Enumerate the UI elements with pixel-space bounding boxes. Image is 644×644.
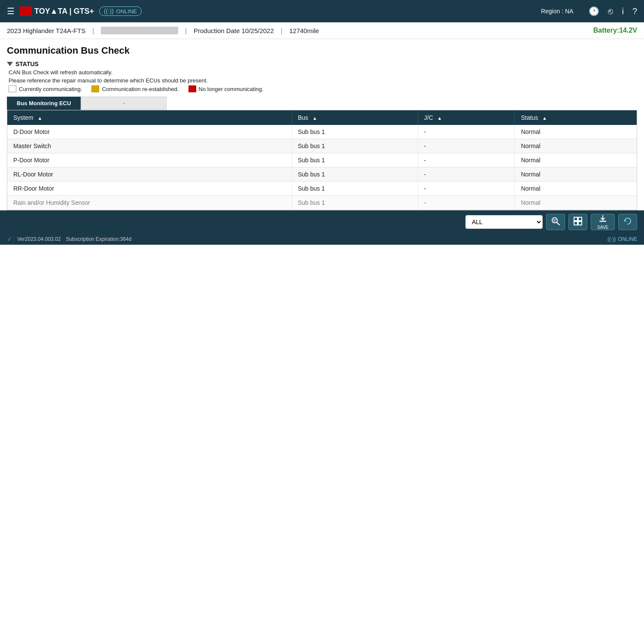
bus-inactive-tab[interactable]: -	[81, 97, 167, 110]
legend-communicating-label: Currently communicating.	[19, 86, 82, 92]
statusbar-online-label: ONLINE	[618, 236, 637, 242]
cell-bus: Sub bus 1	[292, 196, 418, 210]
svg-rect-8	[599, 221, 606, 222]
col-system-label: System	[13, 114, 33, 121]
cell-jc: -	[418, 167, 515, 182]
search-ecu-icon	[551, 216, 560, 228]
bus-inactive-tab-label: -	[123, 100, 125, 106]
data-table-wrapper: System ▲ Bus ▲ J/C ▲ Status ▲	[7, 110, 637, 210]
bus-monitoring-ecu-tab-label: Bus Monitoring ECU	[17, 100, 71, 106]
sort-jc-icon: ▲	[437, 115, 442, 121]
table-row: RR-Door MotorSub bus 1-Normal	[7, 182, 637, 196]
table-header: System ▲ Bus ▲ J/C ▲ Status ▲	[7, 110, 637, 125]
bus-tabs: Bus Monitoring ECU -	[7, 97, 637, 110]
cell-system: Rain and/or Humidity Sensor	[7, 196, 292, 210]
status-check-icon: ✓	[7, 236, 12, 243]
svg-rect-4	[574, 217, 577, 221]
hamburger-menu-button[interactable]: ☰	[7, 6, 15, 16]
vehicle-model: 2023 Highlander T24A-FTS	[7, 27, 85, 34]
collapse-icon[interactable]	[7, 62, 13, 66]
table-row: Rain and/or Humidity SensorSub bus 1-Nor…	[7, 196, 637, 210]
cell-status: Normal	[515, 153, 637, 167]
cell-bus: Sub bus 1	[292, 153, 418, 167]
cell-system: P-Door Motor	[7, 153, 292, 167]
bottom-toolbar: ALL Normal No Communication Re-establish…	[0, 210, 644, 234]
main-content: Communication Bus Check STATUS CAN Bus C…	[0, 39, 644, 210]
refresh-button[interactable]	[618, 214, 637, 230]
cell-bus: Sub bus 1	[292, 125, 418, 139]
legend-white-box	[9, 85, 16, 92]
status-bar: ✓ Ver2023.04.003.02 Subscription Expirat…	[0, 234, 644, 245]
cell-bus: Sub bus 1	[292, 167, 418, 182]
col-bus[interactable]: Bus ▲	[292, 110, 418, 125]
svg-rect-6	[574, 222, 577, 225]
col-jc-label: J/C	[424, 114, 433, 121]
mileage: 12740mile	[289, 27, 319, 34]
online-label: ONLINE	[116, 8, 137, 15]
separator-2: |	[185, 27, 187, 34]
cell-jc: -	[418, 196, 515, 210]
statusbar-wifi-icon: ((·))	[608, 236, 616, 242]
vehicle-info-bar: 2023 Highlander T24A-FTS | | Production …	[0, 22, 644, 39]
status-header: STATUS	[7, 61, 637, 67]
col-jc[interactable]: J/C ▲	[418, 110, 515, 125]
history-icon[interactable]: 🕐	[589, 6, 599, 16]
col-bus-label: Bus	[298, 114, 308, 121]
navbar-icons: 🕐 ⎋ i ?	[589, 6, 637, 16]
legend: Currently communicating. Communication r…	[7, 85, 637, 92]
subscription-label: Subscription Expiration:364d	[66, 236, 131, 242]
info-icon[interactable]: i	[622, 6, 623, 16]
filter-select[interactable]: ALL Normal No Communication Re-establish…	[465, 215, 543, 229]
external-link-icon[interactable]: ⎋	[608, 6, 613, 16]
legend-yellow-box	[91, 85, 99, 92]
col-system[interactable]: System ▲	[7, 110, 292, 125]
legend-no-comm-label: No longer communicating.	[199, 86, 264, 92]
legend-item-no-comm: No longer communicating.	[188, 85, 264, 92]
bus-monitoring-ecu-tab[interactable]: Bus Monitoring ECU	[7, 97, 81, 110]
save-button[interactable]: SAVE	[591, 214, 615, 230]
svg-rect-2	[553, 219, 556, 220]
navbar: ☰ TOY▲TA | GTS+ ((·)) ONLINE Region : NA…	[0, 0, 644, 22]
table-row: P-Door MotorSub bus 1-Normal	[7, 153, 637, 167]
svg-rect-3	[553, 221, 555, 222]
cell-bus: Sub bus 1	[292, 182, 418, 196]
production-date: Production Date 10/25/2022	[194, 27, 274, 34]
sort-bus-icon: ▲	[313, 115, 317, 121]
table-row: RL-Door MotorSub bus 1-Normal	[7, 167, 637, 182]
table-body: D-Door MotorSub bus 1-NormalMaster Switc…	[7, 125, 637, 210]
help-icon[interactable]: ?	[632, 6, 637, 16]
cell-system: D-Door Motor	[7, 125, 292, 139]
magnify-icon	[551, 216, 560, 226]
separator-1: |	[92, 27, 94, 34]
version-label: Ver2023.04.003.02	[17, 236, 61, 242]
battery-status: Battery:14.2V	[593, 27, 637, 34]
cell-status: Normal	[515, 196, 637, 210]
region-label: Region : NA	[541, 8, 573, 15]
status-desc-line2: Please reference the repair manual to de…	[7, 77, 637, 84]
grid-icon	[573, 216, 583, 228]
col-status[interactable]: Status ▲	[515, 110, 637, 125]
status-desc-line1: CAN Bus Check will refresh automatically…	[7, 69, 637, 76]
save-label: SAVE	[597, 225, 608, 230]
legend-red-box	[188, 85, 196, 92]
brand-name: TOY▲TA | GTS+	[34, 7, 94, 16]
col-status-label: Status	[521, 114, 538, 121]
cell-system: RL-Door Motor	[7, 167, 292, 182]
version-text: Ver2023.04.003.02	[17, 236, 61, 242]
search-ecu-button[interactable]	[546, 214, 565, 230]
online-status-badge: ((·)) ONLINE	[99, 6, 142, 16]
svg-rect-7	[578, 222, 582, 225]
status-section: STATUS CAN Bus Check will refresh automa…	[7, 61, 637, 92]
sort-status-icon: ▲	[542, 115, 547, 121]
save-icon	[598, 215, 607, 224]
cell-status: Normal	[515, 139, 637, 153]
cell-jc: -	[418, 139, 515, 153]
wifi-icon: ((·))	[104, 8, 114, 15]
vin-field	[101, 27, 178, 34]
toyota-red-icon	[20, 6, 32, 16]
cell-jc: -	[418, 153, 515, 167]
cell-jc: -	[418, 182, 515, 196]
grid-view-button[interactable]	[568, 214, 587, 230]
table-row: Master SwitchSub bus 1-Normal	[7, 139, 637, 153]
cell-system: Master Switch	[7, 139, 292, 153]
